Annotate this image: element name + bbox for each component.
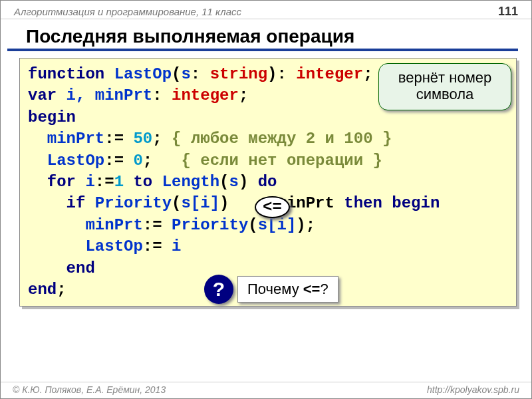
footer-url: http://kpolyakov.spb.ru	[427, 384, 519, 395]
slide-header: Алгоритмизация и программирование, 11 кл…	[1, 1, 531, 19]
footer-authors: © К.Ю. Поляков, Е.А. Ерёмин, 2013	[13, 384, 166, 395]
slide-title: Последняя выполняемая операция	[7, 19, 518, 51]
callout-return-note: вернёт номер символа	[378, 63, 511, 110]
code-line-2: var i, minPrt: integer;	[28, 86, 248, 104]
code-line-4: minPrt:= 50; { любое между 2 и 100 }	[28, 130, 392, 148]
slide-footer: © К.Ю. Поляков, Е.А. Ерёмин, 2013 http:/…	[1, 382, 531, 398]
question-mark-icon: ?	[204, 275, 233, 304]
question-text-pre: Почему	[247, 281, 303, 297]
code-line-3: begin	[28, 108, 76, 126]
code-line-10: end	[28, 259, 95, 277]
course-name: Алгоритмизация и программирование, 11 кл…	[14, 6, 241, 17]
code-line-8: minPrt:= Priority(s[i]);	[28, 216, 315, 234]
question-text-post: ?	[320, 281, 328, 297]
question-operator: <=	[303, 281, 321, 297]
operator-highlight: <=	[255, 196, 290, 218]
page-number: 111	[498, 5, 518, 19]
code-line-6: for i:=1 to Length(s) do	[28, 173, 277, 191]
code-line-9: LastOp:= i	[28, 237, 181, 255]
code-line-1: function LastOp(s: string): integer;	[28, 65, 373, 83]
code-line-7: if Priority(s[i]) minPrt then begin	[28, 194, 440, 212]
question-row: ? Почему <=?	[204, 275, 338, 304]
code-line-11: end;	[28, 281, 66, 299]
slide: Алгоритмизация и программирование, 11 кл…	[0, 0, 532, 399]
code-line-5: LastOp:= 0; { если нет операции }	[28, 152, 382, 170]
question-box: Почему <=?	[237, 276, 338, 303]
